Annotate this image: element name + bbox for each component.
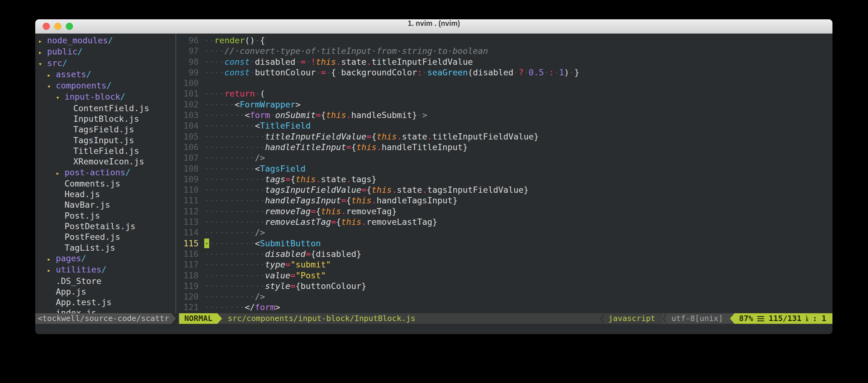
code-line-118[interactable]: 118············value="Post": [176, 270, 833, 281]
tree-item-post-actions[interactable]: ▸post-actions/: [35, 167, 176, 178]
line-number: 107: [176, 152, 204, 163]
code-line-108[interactable]: 108··········<TagsField: [176, 164, 833, 174]
tree-item-pages[interactable]: ▸pages/: [35, 253, 176, 264]
file-name: index.js: [56, 308, 96, 313]
tree-item-utilities[interactable]: ▸utilities/: [35, 264, 176, 276]
line-number: 117: [176, 259, 204, 270]
tree-item-InputBlock.js[interactable]: InputBlock.js: [35, 114, 176, 124]
tree-item-App.test.js[interactable]: App.test.js: [35, 297, 176, 308]
tree-item-TagList.js[interactable]: TagList.js: [35, 243, 176, 253]
cursor: ·: [204, 239, 209, 248]
code-line-105[interactable]: 105············titleInputFieldValue={thi…: [176, 131, 833, 142]
tree-item-public[interactable]: ▸public/: [35, 46, 176, 58]
directory-name: input-block: [65, 92, 120, 102]
line-number: 120: [176, 291, 204, 302]
tree-item-TagsField.js[interactable]: TagsField.js: [35, 124, 176, 135]
directory-slash: /: [81, 253, 86, 264]
tree-item-TitleField.js[interactable]: TitleField.js: [35, 146, 176, 156]
code-text: ··render()·{: [204, 35, 833, 46]
code-line-98[interactable]: 98····const·disabled·=·!this.state.title…: [176, 57, 833, 67]
line-number: 111: [176, 195, 204, 206]
file-name: TagsInput.js: [73, 135, 134, 146]
tree-item-node_modules[interactable]: ▸node_modules/: [35, 35, 176, 46]
window-title: 1. nvim . (nvim): [35, 19, 833, 28]
line-number: 101: [176, 89, 204, 99]
collapsed-arrow-icon: ▸: [38, 47, 47, 58]
code-line-114[interactable]: 114··········/>: [176, 227, 833, 238]
code-text: ············value="Post": [204, 270, 833, 281]
code-line-96[interactable]: 96··render()·{: [176, 35, 833, 46]
code-line-110[interactable]: 110············tagsInputFieldValue={this…: [176, 185, 833, 195]
window-titlebar[interactable]: 1. nvim . (nvim): [35, 19, 833, 34]
code-line-106[interactable]: 106············handleTitleInput={this.ha…: [176, 142, 833, 152]
line-number: 108: [176, 164, 204, 174]
tree-item-PostDetails.js[interactable]: PostDetails.js: [35, 221, 176, 232]
code-line-117[interactable]: 117············type="submit": [176, 259, 833, 270]
code-line-115[interactable]: 115··········<SubmitButton: [176, 238, 833, 249]
file-name: TitleField.js: [73, 146, 139, 156]
tree-item-input-block[interactable]: ▾input-block/: [35, 92, 176, 103]
code-line-103[interactable]: 103········<form·onSubmit={this.handleSu…: [176, 110, 833, 120]
code-text: ··········/>: [204, 152, 833, 163]
code-text: ············style={buttonColour}: [204, 281, 833, 291]
file-name: Comments.js: [65, 178, 120, 189]
code-line-111[interactable]: 111············handleTagsInput={this.han…: [176, 195, 833, 206]
line-number: 98: [176, 57, 204, 67]
line-number: 115: [176, 238, 204, 249]
tree-item-Head.js[interactable]: Head.js: [35, 189, 176, 200]
code-text: ············tags={this.state.tags}: [204, 174, 833, 185]
tree-item-assets[interactable]: ▸assets/: [35, 69, 176, 80]
code-line-112[interactable]: 112············removeTag={this.removeTag…: [176, 206, 833, 217]
tree-item-Comments.js[interactable]: Comments.js: [35, 178, 176, 189]
file-name: PostFeed.js: [65, 232, 120, 242]
tree-item-TagsInput.js[interactable]: TagsInput.js: [35, 135, 176, 146]
nvim-content: ▸node_modules/▸public/▾src/▸assets/▾comp…: [35, 34, 833, 313]
code-line-107[interactable]: 107··········/>: [176, 152, 833, 163]
collapsed-arrow-icon: ▸: [38, 36, 47, 46]
collapsed-arrow-icon: ▸: [47, 254, 56, 264]
directory-name: post-actions: [65, 167, 125, 178]
tree-item-NavBar.js[interactable]: NavBar.js: [35, 200, 176, 210]
code-line-120[interactable]: 120··········/>: [176, 291, 833, 302]
close-button[interactable]: [43, 23, 50, 30]
line-number: 96: [176, 35, 204, 46]
tree-item-index.js[interactable]: index.js: [35, 308, 176, 313]
code-line-116[interactable]: 116············disabled={disabled}: [176, 249, 833, 259]
code-line-100[interactable]: 100: [176, 78, 833, 89]
tree-statusline: <tockwell/source-code/scattr: [35, 313, 171, 324]
tree-item-XRemoveIcon.js[interactable]: XRemoveIcon.js: [35, 156, 176, 167]
line-number: 104: [176, 120, 204, 131]
line-number: 116: [176, 249, 204, 259]
code-editor[interactable]: 96··render()·{97····//·convert·type·of·t…: [176, 34, 833, 313]
file-tree[interactable]: ▸node_modules/▸public/▾src/▸assets/▾comp…: [35, 34, 176, 313]
tree-item-ContentField.js[interactable]: ContentField.js: [35, 103, 176, 114]
code-line-119[interactable]: 119············style={buttonColour}: [176, 281, 833, 291]
tree-item-components[interactable]: ▾components/: [35, 80, 176, 92]
code-line-97[interactable]: 97····//·convert·type·of·titleInput·from…: [176, 46, 833, 56]
code-text: ··········<TitleField: [204, 120, 833, 131]
code-line-113[interactable]: 113············removeLastTag={this.remov…: [176, 217, 833, 227]
command-line[interactable]: [35, 324, 833, 334]
expanded-arrow-icon: ▾: [47, 81, 56, 92]
column-number: 1: [822, 313, 826, 324]
tree-item-Post.js[interactable]: Post.js: [35, 210, 176, 221]
code-line-101[interactable]: 101····return·(: [176, 89, 833, 99]
code-text: ····const·disabled·=·!this.state.titleIn…: [204, 57, 833, 67]
traffic-lights: [43, 23, 73, 30]
code-text: ······<FormWrapper>: [204, 99, 833, 110]
tree-item-.DS_Store[interactable]: .DS_Store: [35, 276, 176, 286]
tree-item-PostFeed.js[interactable]: PostFeed.js: [35, 232, 176, 242]
code-line-104[interactable]: 104··········<TitleField: [176, 120, 833, 131]
tree-item-App.js[interactable]: App.js: [35, 286, 176, 297]
code-line-99[interactable]: 99····const·buttonColour·=·{·backgroundC…: [176, 67, 833, 78]
code-text: ············removeLastTag={this.removeLa…: [204, 217, 833, 227]
code-line-109[interactable]: 109············tags={this.state.tags}: [176, 174, 833, 185]
line-number: 103: [176, 110, 204, 120]
line-number: 105: [176, 131, 204, 142]
minimize-button[interactable]: [54, 23, 61, 30]
zoom-button[interactable]: [66, 23, 73, 30]
line-number: 106: [176, 142, 204, 152]
code-line-102[interactable]: 102······<FormWrapper>: [176, 99, 833, 110]
code-line-121[interactable]: 121········</form>: [176, 302, 833, 313]
tree-item-src[interactable]: ▾src/: [35, 58, 176, 69]
